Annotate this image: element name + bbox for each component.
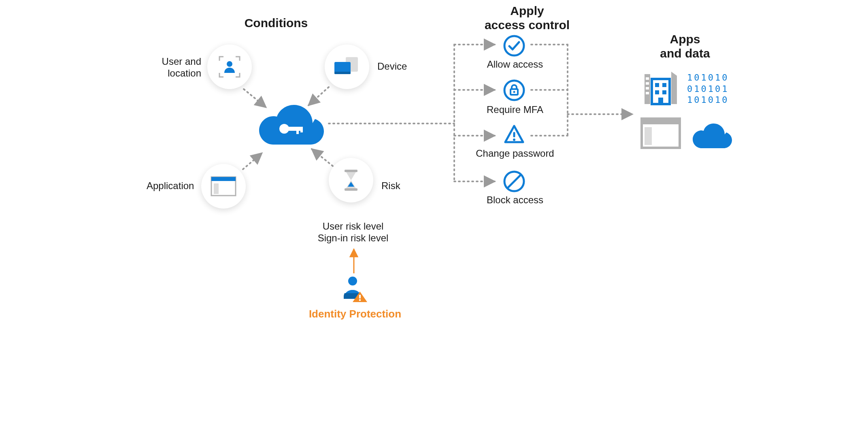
require-mfa-icon: [503, 79, 525, 102]
heading-conditions: Conditions: [232, 16, 321, 30]
svg-rect-24: [646, 92, 649, 94]
label-identity-protection: Identity Protection: [306, 308, 404, 320]
binary-data-icon: 101010010101101010: [687, 72, 729, 106]
label-application: Application: [147, 180, 194, 192]
svg-point-16: [513, 91, 515, 93]
label-user-location: User and location: [157, 56, 201, 79]
label-risk: Risk: [381, 180, 400, 192]
block-access-icon: [503, 170, 525, 193]
conditional-access-diagram: Conditions Apply access control Apps and…: [122, 0, 746, 352]
svg-point-18: [513, 138, 515, 141]
label-change-password: Change password: [472, 148, 557, 160]
svg-line-20: [508, 175, 521, 188]
svg-rect-3: [334, 72, 351, 74]
user-focus-icon: [217, 54, 242, 79]
svg-point-9: [279, 124, 289, 134]
heading-access-control: Apply access control: [474, 4, 580, 32]
devices-icon: [333, 56, 361, 77]
change-password-icon: [503, 124, 525, 146]
node-user-location: [207, 45, 252, 89]
svg-line-40: [312, 149, 333, 166]
app-window-icon: [211, 176, 236, 196]
window-icon: [640, 117, 681, 149]
label-risk-levels: User risk level Sign-in risk level: [311, 221, 396, 244]
svg-point-0: [227, 61, 232, 67]
label-block-access: Block access: [485, 194, 545, 206]
svg-rect-10: [288, 127, 302, 131]
svg-point-14: [504, 81, 524, 100]
svg-rect-21: [646, 77, 649, 80]
svg-rect-32: [642, 119, 680, 124]
svg-rect-22: [646, 82, 649, 85]
svg-rect-12: [300, 127, 303, 132]
svg-line-39: [243, 153, 262, 169]
cloud-icon: [689, 121, 734, 150]
cloud-key-icon: [248, 97, 329, 150]
svg-rect-28: [655, 90, 659, 94]
building-icon: [640, 67, 681, 107]
svg-point-36: [359, 299, 361, 301]
svg-rect-8: [345, 188, 357, 191]
svg-rect-7: [345, 170, 357, 172]
svg-rect-27: [662, 83, 666, 87]
label-allow-access: Allow access: [485, 59, 545, 70]
allow-access-icon: [503, 34, 525, 57]
node-application: [201, 164, 246, 209]
svg-rect-17: [513, 132, 515, 137]
svg-rect-35: [359, 295, 361, 298]
node-device: [325, 45, 369, 89]
svg-rect-6: [214, 183, 219, 194]
identity-protection-icon: [340, 275, 368, 304]
svg-rect-5: [211, 177, 236, 181]
svg-rect-33: [645, 127, 652, 145]
svg-rect-26: [655, 83, 659, 87]
label-require-mfa: Require MFA: [485, 104, 545, 116]
node-risk: [329, 158, 373, 202]
hourglass-icon: [343, 169, 359, 192]
svg-rect-23: [646, 87, 649, 89]
heading-apps-data: Apps and data: [645, 32, 725, 60]
svg-rect-30: [658, 98, 663, 103]
svg-point-34: [348, 277, 357, 285]
label-device: Device: [377, 61, 407, 72]
svg-rect-11: [296, 127, 299, 134]
svg-rect-29: [662, 90, 666, 94]
svg-point-13: [504, 36, 524, 55]
